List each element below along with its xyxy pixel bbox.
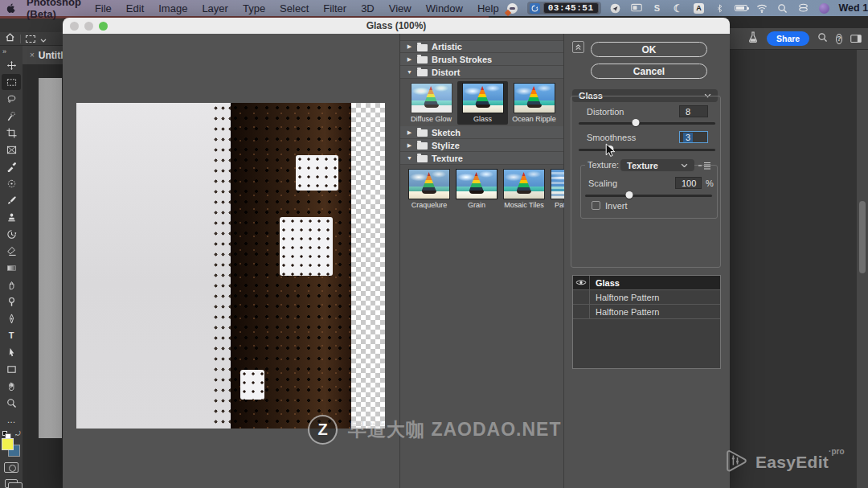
app-icon[interactable] [818,2,831,14]
apple-menu[interactable] [6,3,15,14]
clone-stamp-tool[interactable] [2,209,21,225]
layer-row-halftone-pattern-2[interactable]: Halftone Pattern [573,305,720,319]
right-scrollbar[interactable] [857,50,868,488]
foreground-color-swatch[interactable] [2,438,14,450]
input-source-icon[interactable]: A [693,2,706,14]
distortion-slider-thumb[interactable] [633,119,640,126]
dialog-titlebar[interactable]: Glass (100%) [63,18,730,34]
screen-mode-button[interactable] [5,479,18,488]
share-button[interactable]: Share [767,31,809,46]
collapse-gallery-button[interactable] [572,41,584,53]
filter-thumb-craquelure[interactable]: Craquelure [406,167,452,211]
layer-row-halftone-pattern-1[interactable]: Halftone Pattern [573,290,720,305]
display-icon[interactable] [630,2,643,14]
texture-menu-icon[interactable] [698,161,711,170]
category-texture[interactable]: ▼Texture [400,152,563,165]
move-tool[interactable] [2,57,21,73]
layer-row-glass-0[interactable]: Glass [573,276,720,290]
scaling-value-field[interactable]: 100 [675,177,702,189]
category-stylize[interactable]: ▶Stylize [400,139,563,152]
pen-tool[interactable] [2,310,21,326]
history-brush-tool-icon [6,228,17,240]
creative-cloud-icon[interactable] [506,2,519,14]
scaling-slider-thumb[interactable] [626,191,633,199]
menu-file[interactable]: File [88,2,119,14]
menu-window[interactable]: Window [419,2,470,14]
menu-edit[interactable]: Edit [119,2,151,14]
preview-canvas[interactable] [76,103,385,429]
battery-icon[interactable] [735,2,747,14]
brush-tool[interactable] [2,192,21,208]
search-icon[interactable] [776,2,789,14]
menu-help[interactable]: Help [470,2,506,14]
shush-icon[interactable]: S [651,2,664,14]
filter-thumb-mosaic-tiles[interactable]: Mosaic Tiles [501,167,547,211]
lasso-tool[interactable] [2,91,21,107]
dock-icon[interactable] [797,2,810,14]
menu-type[interactable]: Type [235,2,272,14]
path-selection-tool[interactable] [2,344,21,360]
filter-thumb-grain[interactable]: Grain [453,167,500,211]
frame-tool[interactable] [2,141,21,158]
tab-close-icon[interactable]: × [30,51,35,59]
filter-thumb-diffuse-glow[interactable]: Diffuse Glow [406,81,457,125]
visibility-toggle[interactable] [573,276,590,289]
scrollbar-thumb[interactable] [859,201,866,273]
texture-dropdown[interactable]: Texture [620,159,694,171]
menu-view[interactable]: View [382,2,419,14]
crop-tool[interactable] [2,125,21,141]
category-artistic[interactable]: ▶Artistic [400,40,563,53]
invert-checkbox[interactable] [592,201,600,210]
menu-select[interactable]: Select [272,2,316,14]
search-icon[interactable] [817,31,828,46]
distortion-slider[interactable] [579,122,715,125]
visibility-toggle[interactable] [573,305,590,318]
beta-flask-icon[interactable] [747,31,759,47]
menu-layer[interactable]: Layer [194,2,235,14]
eraser-tool[interactable] [2,243,21,259]
tool-preset-chevron-icon[interactable] [40,31,47,46]
toolbar-collapse-button[interactable]: » [0,46,23,57]
tool-preset-icon[interactable] [26,35,35,43]
smudge-tool[interactable] [2,277,21,293]
dodge-tool[interactable] [2,293,21,310]
home-icon[interactable] [5,31,15,46]
filter-thumb-ocean-ripple[interactable]: Ocean Ripple [509,81,559,125]
gradient-tool[interactable] [2,260,21,276]
scaling-slider[interactable] [585,195,712,197]
menu-image[interactable]: Image [151,2,194,14]
spot-healing-brush-tool[interactable] [2,175,21,191]
category-sketch[interactable]: ▶Sketch [400,126,563,139]
menu-3d[interactable]: 3D [354,2,382,14]
zoom-tool[interactable] [2,395,21,411]
cancel-button[interactable]: Cancel [591,64,707,79]
smoothness-value-field[interactable]: 3 [679,131,708,143]
filter-thumb-glass[interactable]: Glass [457,81,508,125]
location-icon[interactable] [609,2,622,14]
smoothness-slider[interactable] [579,149,715,151]
history-brush-tool[interactable] [2,226,21,242]
rectangular-marquee-tool[interactable] [2,74,21,90]
wifi-icon[interactable] [755,2,768,14]
distortion-value-field[interactable]: 8 [679,105,708,117]
quick-selection-tool[interactable] [2,108,21,124]
type-tool[interactable]: T [2,327,21,343]
menu-filter[interactable]: Filter [316,2,354,14]
rectangle-tool[interactable] [2,361,21,377]
default-colors-icon[interactable] [2,431,7,436]
menubar-clock[interactable]: Wed 13 Dec 17:37 [839,2,868,14]
help-icon[interactable]: ? [836,34,842,44]
ok-button[interactable]: OK [591,42,707,57]
moon-icon[interactable]: ☾ [672,2,685,14]
recording-timer[interactable]: 03:45:51 [527,2,601,14]
category-brush-strokes[interactable]: ▶Brush Strokes [400,53,563,66]
visibility-toggle[interactable] [573,290,590,304]
workspace-panel-icon[interactable] [850,31,862,46]
bluetooth-icon[interactable] [714,2,727,14]
quick-mask-button[interactable] [4,462,18,472]
eyedropper-tool[interactable] [2,158,21,174]
category-distort[interactable]: ▼Distort [400,66,563,79]
edit-toolbar-button[interactable]: … [2,412,21,428]
hand-tool[interactable] [2,378,21,394]
swap-colors-icon[interactable]: ⤾ [15,430,21,438]
